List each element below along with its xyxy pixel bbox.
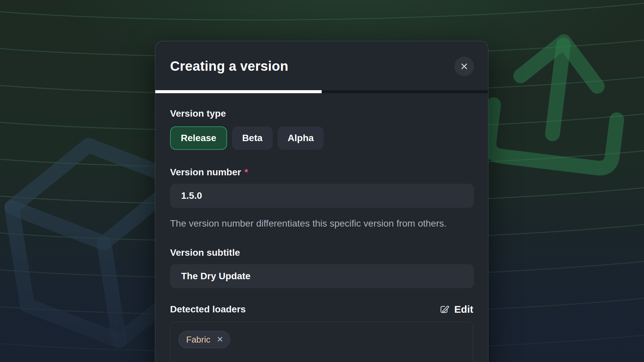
page: { "background": { "decor_icons": ["curve… [0, 0, 644, 362]
modal-title: Creating a version [170, 58, 473, 74]
version-number-help: The version number differentiates this s… [170, 217, 465, 230]
close-button[interactable] [454, 57, 474, 76]
detected-loaders-box: Fabric [170, 322, 473, 362]
version-type-alpha-button[interactable]: Alpha [278, 126, 324, 150]
modal-header: Creating a version [155, 41, 488, 93]
version-subtitle-label: Version subtitle [170, 247, 473, 258]
close-icon [460, 62, 469, 71]
edit-loaders-button[interactable]: Edit [438, 304, 473, 315]
version-number-input[interactable] [170, 184, 474, 208]
version-type-options: Release Beta Alpha [170, 126, 473, 150]
loader-chip-fabric: Fabric [178, 331, 230, 348]
progress-bar-track [155, 90, 488, 93]
loader-chip-label: Fabric [186, 335, 210, 345]
required-asterisk: * [245, 167, 248, 178]
edit-pencil-icon [438, 304, 450, 315]
remove-fabric-button[interactable] [215, 335, 225, 345]
chip-close-icon [216, 335, 224, 344]
detected-loaders-row: Detected loaders Edit [170, 304, 473, 315]
version-type-release-button[interactable]: Release [170, 126, 227, 150]
version-subtitle-input[interactable] [170, 264, 474, 288]
version-type-label: Version type [170, 108, 473, 119]
detected-loaders-label: Detected loaders [170, 304, 246, 315]
progress-bar-fill [155, 90, 322, 93]
modal-body: Version type Release Beta Alpha Version … [155, 108, 488, 362]
upload-icon [487, 34, 625, 170]
edit-label: Edit [454, 304, 473, 315]
version-number-label: Version number* [170, 167, 473, 178]
creating-version-modal: Creating a version Version type Release … [155, 41, 488, 362]
version-type-beta-button[interactable]: Beta [232, 126, 273, 150]
